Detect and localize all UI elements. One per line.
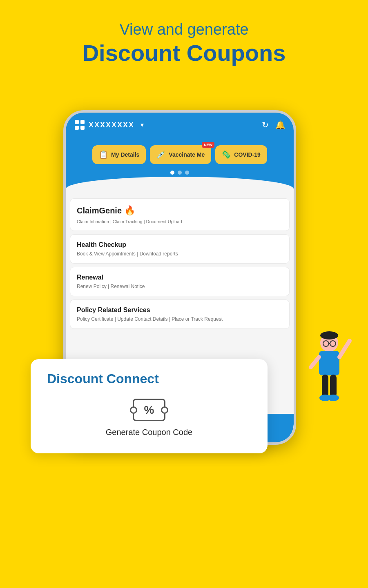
header-subtitle: View and generate [0,20,368,39]
dot-1 [170,171,174,175]
discount-card: Discount Connect % Generate Coupon Code [31,359,268,453]
svg-rect-1 [80,120,85,124]
my-details-label: My Details [111,151,139,158]
refresh-icon[interactable]: ↻ [262,120,269,130]
header-section: View and generate Discount Coupons [0,20,368,67]
covid-icon: 🦠 [222,150,231,159]
dot-3 [185,171,189,175]
bell-icon[interactable]: 🔔 [275,120,285,130]
svg-rect-10 [330,375,337,397]
renewal-subtitle: Renew Policy | Renewal Notice [77,284,283,289]
renewal-card[interactable]: Renewal Renew Policy | Renewal Notice [70,267,290,296]
claimgenie-subtitle: Claim Intimation | Claim Tracking | Docu… [77,219,283,224]
covid-label: COVID-19 [234,151,261,158]
claimgenie-title: ClaimGenie [77,206,122,215]
vaccinate-label: Vaccinate Me [169,151,205,158]
svg-rect-2 [75,126,79,130]
vaccinate-me-button[interactable]: NEW 💉 Vaccinate Me [150,145,211,164]
dropdown-arrow-icon: ▼ [139,122,145,128]
renewal-title: Renewal [77,274,283,281]
svg-rect-3 [80,126,85,130]
phone-wave [66,177,294,195]
svg-rect-9 [322,375,328,397]
phone-logo: XXXXXXXX ▼ [74,119,145,131]
covid19-button[interactable]: 🦠 COVID-19 [215,145,267,164]
health-checkup-card[interactable]: Health Checkup Book & View Appointments … [70,234,290,264]
phone-blue-section: 📋 My Details NEW 💉 Vaccinate Me 🦠 COVID-… [66,137,294,195]
svg-point-5 [320,331,338,339]
claimgenie-card[interactable]: ClaimGenie 🔥 Claim Intimation | Claim Tr… [70,198,290,231]
vaccinate-icon: 💉 [156,150,165,159]
new-badge: NEW [202,142,214,148]
policy-related-title: Policy Related Services [77,306,283,314]
svg-rect-6 [319,351,339,375]
policy-related-subtitle: Policy Certificate | Update Contact Deta… [77,316,283,322]
quick-actions: 📋 My Details NEW 💉 Vaccinate Me 🦠 COVID-… [74,145,285,164]
grid-icon [74,119,85,131]
health-checkup-subtitle: Book & View Appointments | Download repo… [77,251,283,257]
header-title: Discount Coupons [0,39,368,67]
generate-coupon-label: Generate Coupon Code [47,428,251,437]
phone-topbar-icons: ↻ 🔔 [262,120,285,130]
coupon-percent-icon: % [144,404,154,417]
coupon-icon-area: % [47,399,251,421]
svg-rect-0 [75,120,79,124]
svg-line-8 [311,357,319,367]
my-details-button[interactable]: 📋 My Details [92,145,146,164]
my-details-icon: 📋 [99,150,108,159]
svg-line-7 [339,341,350,357]
claimgenie-flame-icon: 🔥 [124,205,135,216]
carousel-dots [74,171,285,175]
dot-2 [178,171,182,175]
policy-related-card[interactable]: Policy Related Services Policy Certifica… [70,300,290,329]
coupon-notch-left [130,406,137,414]
phone-brand: XXXXXXXX [89,121,134,129]
coupon-notch-right [161,406,168,414]
discount-card-title: Discount Connect [47,371,251,386]
health-checkup-title: Health Checkup [77,241,283,249]
svg-point-12 [328,395,339,401]
coupon-icon-box: % [133,399,165,421]
character-svg [303,326,356,424]
character-illustration [303,326,356,424]
phone-topbar: XXXXXXXX ▼ ↻ 🔔 [66,113,294,137]
claimgenie-logo: ClaimGenie 🔥 [77,205,283,216]
